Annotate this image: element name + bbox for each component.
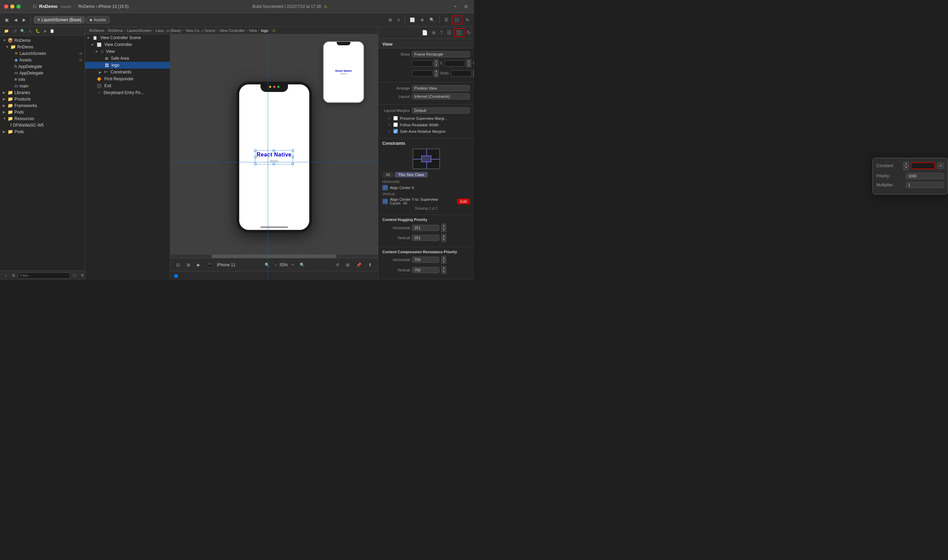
h-down[interactable]: ▼: [473, 74, 474, 78]
bc-rndemo-2[interactable]: RnDemo: [108, 28, 123, 32]
ch-h-stepper[interactable]: ▲ ▼: [442, 224, 446, 232]
ib-item-safearea[interactable]: ⊞ Safe Area: [85, 55, 170, 62]
inspector-file-btn[interactable]: 📄: [420, 28, 429, 37]
nav-btn-report[interactable]: 📋: [48, 28, 56, 34]
close-button[interactable]: [4, 5, 8, 9]
w-stepper[interactable]: ▲ ▼: [434, 69, 439, 77]
tree-item-frameworks[interactable]: ▶ 📁 Frameworks: [0, 102, 85, 109]
show-select[interactable]: Frame Rectangle: [412, 51, 470, 57]
x-up[interactable]: ▲: [434, 59, 439, 63]
tree-item-rndemo-group[interactable]: ▼ 📁 RnDemo: [0, 43, 85, 50]
y-stepper[interactable]: ▲ ▼: [466, 59, 471, 67]
tab-launchscreen[interactable]: ✕ LaunchScreen (Base): [34, 16, 85, 24]
nav-btn-breakpoint[interactable]: ◈: [42, 28, 48, 34]
follow-checkbox[interactable]: [393, 123, 398, 127]
bc-launchscreen[interactable]: LaunchScreen: [127, 28, 151, 32]
debug-btn[interactable]: 🔍: [427, 16, 437, 24]
ccr-h-up[interactable]: ▲: [442, 256, 446, 260]
margins-select[interactable]: Default: [412, 108, 470, 114]
bc-rndemo-1[interactable]: RnDemo: [89, 28, 104, 32]
tree-item-pods-top[interactable]: ▶ 📁 Pods: [0, 109, 85, 115]
ch-v-stepper[interactable]: ▲ ▼: [442, 234, 446, 242]
edit-constraint-button[interactable]: Edit: [457, 198, 470, 204]
minimize-button[interactable]: [10, 5, 14, 9]
library-btn[interactable]: ⊕: [419, 16, 426, 24]
tree-item-launchscreen[interactable]: ✕ LaunchScreen M: [0, 50, 85, 57]
zoom-out-btn[interactable]: 🔍: [263, 262, 272, 268]
right-panel-btn[interactable]: ⬛: [452, 15, 462, 25]
y-up[interactable]: ▲: [466, 59, 471, 63]
ccr-v-stepper[interactable]: ▲ ▼: [442, 266, 446, 274]
tree-item-libraries[interactable]: ▶ 📁 Libraries: [0, 89, 85, 96]
tab-all[interactable]: All: [382, 172, 393, 177]
refresh-canvas-btn[interactable]: ↺: [334, 262, 341, 268]
tree-item-main[interactable]: m main: [0, 83, 85, 89]
ib-item-constraints[interactable]: ▶ ⊢ Constraints: [85, 69, 170, 75]
tree-item-appdelegate-m[interactable]: m AppDelegate: [0, 70, 85, 76]
x-input[interactable]: 109.5: [412, 60, 432, 66]
phone-btn[interactable]: 📱: [205, 262, 214, 268]
inspector-identity-btn[interactable]: ?: [438, 28, 445, 37]
layout-select[interactable]: Inferred (Constraints): [412, 93, 470, 100]
bc-viewcontroller[interactable]: View Controller: [219, 28, 245, 32]
w-up[interactable]: ▲: [434, 69, 439, 74]
ib-item-logo[interactable]: 🖼 logo: [85, 62, 170, 69]
x-stepper[interactable]: ▲ ▼: [434, 59, 439, 67]
nav-btn-folder[interactable]: 📁: [3, 28, 10, 34]
ib-item-view[interactable]: ▼ □ View: [85, 48, 170, 55]
ib-item-viewcontroller[interactable]: ▼ ⬜ View Controller: [85, 41, 170, 48]
play-btn[interactable]: ▶: [195, 262, 202, 268]
y-down[interactable]: ▼: [466, 63, 471, 68]
tree-item-dfwawa[interactable]: f DFWaWaSC-W5: [0, 122, 85, 128]
h-up[interactable]: ▲: [473, 69, 474, 74]
left-panel-toggle[interactable]: ▣: [3, 16, 11, 24]
ib-item-storyboard-entry[interactable]: → Storyboard Entry Po...: [85, 89, 170, 96]
ccr-h-down[interactable]: ▼: [442, 260, 446, 264]
bc-base[interactable]: Laun...n (Base): [155, 28, 181, 32]
nav-btn-debug[interactable]: 🐛: [34, 28, 42, 34]
ch-h-up[interactable]: ▲: [442, 224, 446, 228]
tree-item-resources[interactable]: ▼ 📁 Resources: [0, 115, 85, 122]
bc-logo[interactable]: logo: [261, 28, 268, 32]
nav-btn-warning[interactable]: ⚠: [27, 28, 33, 34]
width-input[interactable]: 195: [412, 70, 432, 77]
ch-v-select[interactable]: 251: [412, 235, 439, 241]
device-size-btn[interactable]: ⊡: [174, 262, 182, 268]
height-input[interactable]: 75: [451, 70, 472, 77]
nav-filter-toggle[interactable]: ⊞: [11, 272, 17, 278]
zoom-in-btn[interactable]: 🔍: [298, 262, 307, 268]
nav-btn-git[interactable]: ⎇: [11, 28, 18, 34]
bc-view[interactable]: View: [249, 28, 257, 32]
refresh-btn[interactable]: ↻: [464, 16, 471, 24]
x-down[interactable]: ▼: [434, 63, 439, 68]
ch-h-select[interactable]: 251: [412, 225, 439, 231]
bc-scene[interactable]: View Co...r Scene: [185, 28, 215, 32]
back-button[interactable]: ◀: [12, 16, 19, 24]
w-down[interactable]: ▼: [434, 74, 439, 78]
ccr-v-up[interactable]: ▲: [442, 266, 446, 270]
tree-item-rndemo[interactable]: ▼ 📦 RnDemo: [0, 37, 85, 43]
tab-assets[interactable]: ◆ Assets: [86, 16, 110, 24]
pin-btn[interactable]: 📌: [354, 262, 363, 268]
ib-item-firstresponder[interactable]: 🔶 First Responder: [85, 75, 170, 82]
tab-size-class[interactable]: This Size Class: [395, 172, 428, 177]
tree-item-info[interactable]: ≡ Info: [0, 76, 85, 83]
y-input[interactable]: 350.5: [445, 60, 465, 66]
horizontal-scrollbar[interactable]: [170, 255, 378, 258]
arrange-select[interactable]: Position View: [412, 85, 470, 91]
ch-h-down[interactable]: ▼: [442, 228, 446, 232]
inspector-connections-btn[interactable]: ↻: [465, 28, 472, 37]
ccr-v-down[interactable]: ▼: [442, 270, 446, 274]
editor-mode-split[interactable]: ⊞: [386, 16, 394, 24]
ccr-h-stepper[interactable]: ▲ ▼: [442, 256, 446, 264]
forward-button[interactable]: ▶: [21, 16, 28, 24]
tree-item-assets[interactable]: ◆ Assets M: [0, 57, 85, 63]
safearea-checkbox[interactable]: [393, 129, 398, 134]
nav-info-button[interactable]: ⓘ: [71, 272, 78, 278]
ib-item-exit[interactable]: ⬛ Exit: [85, 82, 170, 89]
split-view-button[interactable]: ⊟: [462, 3, 470, 10]
ib-item-scene[interactable]: ▼ 📋 View Controller Scene: [85, 34, 170, 41]
add-nav-item-button[interactable]: ＋: [3, 272, 9, 278]
editor-mode-2[interactable]: ≡: [396, 16, 402, 24]
filter-input[interactable]: [18, 272, 70, 278]
